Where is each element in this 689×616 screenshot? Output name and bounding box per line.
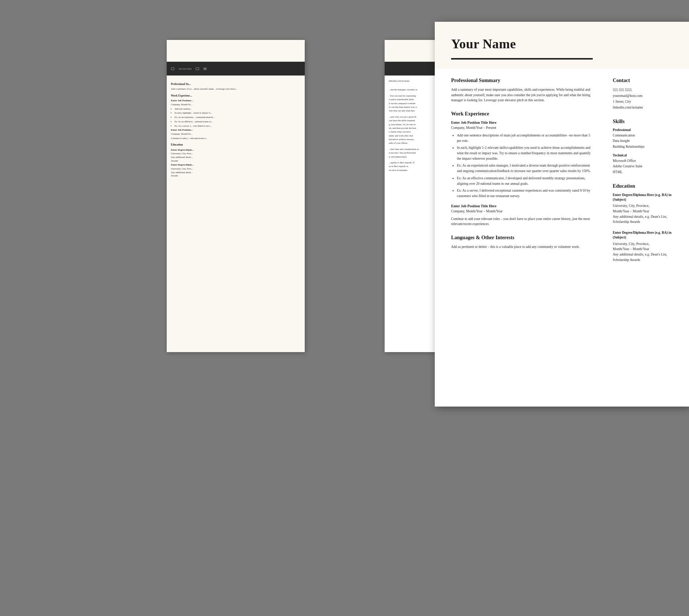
education-heading: Education [613, 183, 678, 189]
prof-summary-text: Add a summary of your most important cap… [451, 87, 591, 103]
back-left-job2-text: Continue to add y... relevant/recent e..… [171, 136, 300, 140]
job2-title: Enter Job Position Title Here [451, 204, 591, 208]
resume-left-column: Professional Summary Add a summary of yo… [435, 69, 604, 278]
edu2-degree: Enter Degree/Diploma Here (e.g. BA) in (… [613, 231, 678, 240]
skill-data-insight: Data Insight [613, 138, 678, 144]
skill-html: HTML [613, 170, 678, 175]
back-left-job2-title: Enter Job Position... [171, 128, 300, 132]
prof-summary-heading: Professional Summary [451, 78, 591, 83]
linkedin-icon [203, 68, 207, 70]
skills-heading: Skills [613, 119, 678, 125]
resume-body: Professional Summary Add a summary of yo… [435, 69, 689, 278]
skills-cat-professional: Professional [613, 128, 678, 132]
back-left-job2-company: Company, Month/Ye... [171, 132, 300, 136]
contact-email: youremail@host.com [613, 93, 678, 99]
job1-bullet-5: Ex: As a server, I delivered exceptional… [457, 188, 591, 199]
back-left-education-heading: Education [171, 143, 300, 147]
job1-bullets: Add one sentence descriptions of main jo… [451, 133, 591, 199]
back-left-job1-bullets: Add one sentenc... In each, highlight...… [171, 107, 300, 128]
back-left-job1-company: Company, Month/Ye... [171, 103, 300, 106]
contact-phone: 555 555 5555 [613, 87, 678, 93]
back-left-phone: 555 555 5555 [179, 68, 192, 70]
job1-company: Company, Month/Year – Present [451, 125, 591, 131]
skills-technical-list: Microsoft Office Adobe Creative Suite HT… [613, 158, 678, 175]
edu1-degree: Enter Degree/Diploma Here (e.g. BA) in (… [613, 193, 678, 203]
back-left-job1-title: Enter Job Position... [171, 99, 300, 103]
back-left-edu1-details: University, City, Prov...Any additional … [171, 152, 300, 162]
job1-bullet-3: Ex: As an experienced sales manager, I m… [457, 163, 591, 174]
back-left-header-cream [167, 40, 305, 62]
back-left-edu1-degree: Enter Degree/Diplo... [171, 148, 300, 152]
skill-building-relationships: Building Relationships [613, 144, 678, 150]
back-left-edu2-details: University, City, Prov...Any additional … [171, 167, 300, 178]
edu-entry-1: Enter Degree/Diploma Here (e.g. BA) in (… [613, 193, 678, 225]
main-resume-document: Your Name Professional Summary Add a sum… [435, 22, 689, 407]
skill-microsoft-office: Microsoft Office [613, 158, 678, 164]
job2-company: Company, Month/Year – Month/Year [451, 209, 591, 214]
edu2-details: University, City, Province,Month/Year – … [613, 241, 678, 263]
skill-communication: Communication [613, 133, 678, 139]
back-left-document: 555 555 5555 Professional Su... Add a su… [167, 40, 305, 352]
contact-address: 1 Street, City [613, 99, 678, 105]
job1-bullet-2: In each, highlight 1-2 relevant skills/c… [457, 145, 591, 161]
languages-text: Add as pertinent or delete – this is a v… [451, 244, 591, 250]
email-icon [196, 68, 199, 70]
back-left-content: Professional Su... Add a summary of yo..… [167, 76, 305, 182]
resume-name: Your Name [451, 36, 673, 52]
back-left-edu2-degree: Enter Degree/Diplo... [171, 163, 300, 167]
contact-linkedin: linkedin.com/in/name [613, 105, 678, 110]
edu1-details: University, City, Province,Month/Year – … [613, 203, 678, 225]
work-experience-heading: Work Experience [451, 111, 591, 117]
job1-bullet-4: Ex: As an effective communicator, I deve… [457, 176, 591, 186]
resume-right-column: Contact 555 555 5555 youremail@host.com … [604, 69, 689, 278]
edu-entry-2: Enter Degree/Diploma Here (e.g. BA) in (… [613, 231, 678, 262]
back-left-work-exp-heading: Work Experienc... [171, 94, 300, 98]
back-left-dark-bar: 555 555 5555 [167, 62, 305, 76]
skills-cat-technical: Technical [613, 154, 678, 157]
contact-heading: Contact [613, 78, 678, 83]
job2-text: Continue to add your relevant roles – yo… [451, 216, 591, 227]
contact-info: 555 555 5555 youremail@host.com 1 Street… [613, 87, 678, 111]
job1-bullet-1: Add one sentence descriptions of main jo… [457, 133, 591, 143]
back-left-prof-summary-text: Add a summary of yo... about yourself, m… [171, 87, 300, 91]
skill-adobe: Adobe Creative Suite [613, 164, 678, 170]
back-left-prof-summary-heading: Professional Su... [171, 82, 300, 86]
skills-professional-list: Communication Data Insight Building Rela… [613, 133, 678, 150]
header-divider [451, 58, 593, 60]
phone-icon [171, 68, 174, 70]
resume-header: Your Name [435, 22, 689, 69]
languages-heading: Languages & Other Interests [451, 235, 591, 241]
job1-title: Enter Job Position Title Here [451, 121, 591, 125]
